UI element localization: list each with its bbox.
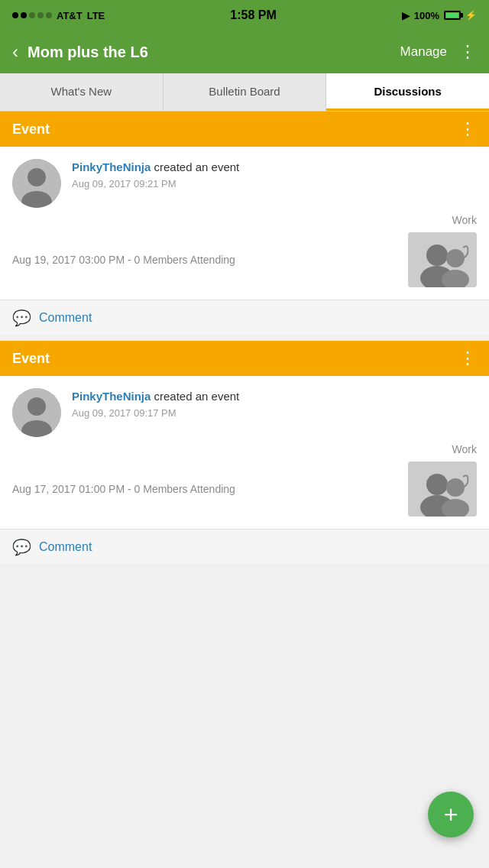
event-user-action-2: PinkyTheNinja created an event xyxy=(72,388,477,404)
charging-bolt-icon: ⚡ xyxy=(465,10,477,21)
signal-dot-5 xyxy=(46,12,52,18)
status-time: 1:58 PM xyxy=(230,8,276,22)
comment-label-2: Comment xyxy=(39,540,92,554)
event-created-time-2: Aug 09, 2017 09:17 PM xyxy=(72,407,477,419)
svg-point-12 xyxy=(426,474,448,495)
battery-fill xyxy=(446,13,458,18)
fab-add-button[interactable]: + xyxy=(428,792,474,837)
event-preview-row-1: Aug 19, 2017 03:00 PM - 0 Members Attend… xyxy=(12,232,477,287)
event-date-attendance-2: Aug 17, 2017 01:00 PM - 0 Members Attend… xyxy=(12,483,408,495)
event-username-2[interactable]: PinkyTheNinja xyxy=(72,390,151,403)
event-header-1: Event ⋮ xyxy=(0,112,489,147)
event-preview-row-2: Aug 17, 2017 01:00 PM - 0 Members Attend… xyxy=(12,462,477,517)
event-body-1: PinkyTheNinja created an event Aug 09, 2… xyxy=(0,147,489,300)
signal-dot-3 xyxy=(29,12,35,18)
comment-bar-2[interactable]: 💬 Comment xyxy=(0,529,489,564)
avatar-2 xyxy=(12,388,61,437)
event-thumbnail-2 xyxy=(408,462,477,517)
comment-label-1: Comment xyxy=(39,311,92,325)
fab-plus-icon: + xyxy=(444,802,458,827)
event-more-2[interactable]: ⋮ xyxy=(459,348,477,368)
tab-discussions[interactable]: Discussions xyxy=(326,73,489,111)
tab-whats-new[interactable]: What's New xyxy=(0,73,164,111)
header-title: Mom plus the L6 xyxy=(28,44,400,61)
event-body-2: PinkyTheNinja created an event Aug 09, 2… xyxy=(0,376,489,529)
event-label-2: Event xyxy=(12,351,50,367)
event-label-1: Event xyxy=(12,121,50,138)
event-top-row-1: PinkyTheNinja created an event Aug 09, 2… xyxy=(12,159,477,208)
back-button[interactable]: ‹ xyxy=(12,41,18,63)
content-area: Event ⋮ PinkyTheNinja created an event A… xyxy=(0,112,489,564)
comment-icon-2: 💬 xyxy=(12,538,31,556)
network-type-label: LTE xyxy=(87,10,105,21)
event-tag-2: Work xyxy=(12,443,477,455)
battery-icon xyxy=(444,11,461,20)
svg-point-9 xyxy=(28,397,46,416)
tab-bulletin-board[interactable]: Bulletin Board xyxy=(164,73,327,111)
event-user-action-1: PinkyTheNinja created an event xyxy=(72,159,477,175)
svg-point-1 xyxy=(28,168,46,186)
carrier-label: AT&T xyxy=(57,10,83,21)
status-left: AT&T LTE xyxy=(12,10,105,21)
event-card-2: Event ⋮ PinkyTheNinja created an event A… xyxy=(0,341,489,564)
signal-dot-4 xyxy=(37,12,44,18)
manage-button[interactable]: Manage xyxy=(400,44,447,60)
event-info-2: PinkyTheNinja created an event Aug 09, 2… xyxy=(72,388,477,419)
signal-dot-1 xyxy=(12,12,18,18)
event-more-1[interactable]: ⋮ xyxy=(459,119,477,139)
comment-bar-1[interactable]: 💬 Comment xyxy=(0,300,489,335)
tab-bar: What's New Bulletin Board Discussions xyxy=(0,73,489,112)
more-options-button[interactable]: ⋮ xyxy=(459,42,477,62)
event-created-time-1: Aug 09, 2017 09:21 PM xyxy=(72,178,477,189)
svg-point-4 xyxy=(426,245,448,266)
status-right: ▶ 100% ⚡ xyxy=(402,10,477,21)
battery-percent: 100% xyxy=(414,10,439,21)
avatar-1 xyxy=(12,159,61,208)
event-username-1[interactable]: PinkyTheNinja xyxy=(72,160,151,173)
comment-icon-1: 💬 xyxy=(12,309,31,327)
event-thumbnail-1 xyxy=(408,232,477,287)
app-header: ‹ Mom plus the L6 Manage ⋮ xyxy=(0,31,489,73)
status-bar: AT&T LTE 1:58 PM ▶ 100% ⚡ xyxy=(0,0,489,31)
event-action-text-1: created an event xyxy=(151,160,239,173)
event-date-attendance-1: Aug 19, 2017 03:00 PM - 0 Members Attend… xyxy=(12,254,408,266)
event-info-1: PinkyTheNinja created an event Aug 09, 2… xyxy=(72,159,477,189)
event-action-text-2: created an event xyxy=(151,390,239,403)
location-icon: ▶ xyxy=(402,10,410,21)
event-tag-1: Work xyxy=(12,214,477,226)
signal-dot-2 xyxy=(21,12,27,18)
battery-container xyxy=(444,11,461,20)
event-header-2: Event ⋮ xyxy=(0,341,489,376)
event-card-1: Event ⋮ PinkyTheNinja created an event A… xyxy=(0,112,489,335)
signal-dots xyxy=(12,12,52,18)
event-top-row-2: PinkyTheNinja created an event Aug 09, 2… xyxy=(12,388,477,437)
